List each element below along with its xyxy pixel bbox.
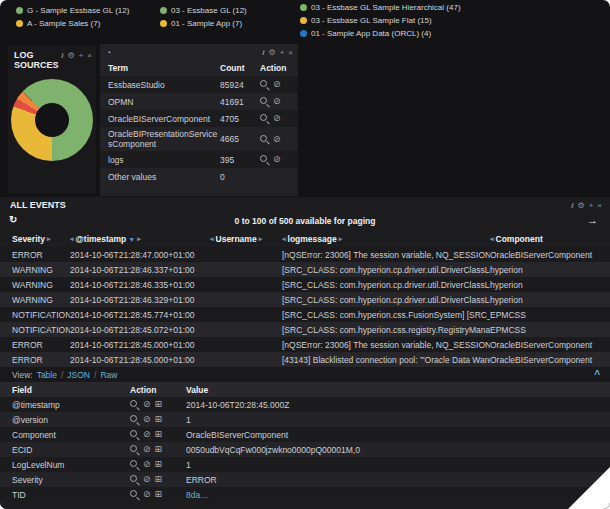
event-row[interactable]: NOTIFICATION 2014-10-06T21:28:45.774+01:… xyxy=(0,307,610,322)
component-cell: OracleBIServerComponent xyxy=(490,355,610,365)
move-icon[interactable]: + xyxy=(280,48,285,57)
chevron-right-icon[interactable]: ▸ xyxy=(259,235,263,243)
search-icon[interactable] xyxy=(260,97,269,106)
search-icon[interactable] xyxy=(130,445,139,454)
search-icon[interactable] xyxy=(260,80,269,89)
column-header-logmessage[interactable]: ◂ logmessage ▸ xyxy=(282,234,490,244)
column-header-severity[interactable]: Severity ▸ xyxy=(12,234,70,244)
table-cells-icon[interactable]: ⊞ xyxy=(155,460,163,469)
component-cell: hyperion xyxy=(490,280,610,290)
legend-item[interactable]: 03 - Essbase GL Sample Flat (15) xyxy=(300,14,461,27)
event-row[interactable]: ERROR 2014-10-06T21:28:45.000+01:00 [nQS… xyxy=(0,337,610,352)
search-icon[interactable] xyxy=(130,490,139,499)
ban-icon[interactable]: ⊘ xyxy=(273,114,281,123)
series-color-dot xyxy=(300,30,307,37)
gear-icon[interactable]: ⚙ xyxy=(577,201,584,210)
ban-icon[interactable]: ⊘ xyxy=(143,415,151,424)
event-row[interactable]: WARNING 2014-10-06T21:28:46.337+01:00 [S… xyxy=(0,262,610,277)
close-icon[interactable]: × xyxy=(597,201,602,210)
legend-item[interactable]: 01 - Sample App (7) xyxy=(160,17,247,30)
table-cells-icon[interactable]: ⊞ xyxy=(155,445,163,454)
view-raw-link[interactable]: Raw xyxy=(100,370,117,380)
ban-icon[interactable]: ⊘ xyxy=(273,80,281,89)
search-icon[interactable] xyxy=(130,460,139,469)
log-sources-donut[interactable] xyxy=(11,79,93,161)
event-row[interactable]: WARNING 2014-10-06T21:28:46.335+01:00 [S… xyxy=(0,277,610,292)
search-icon[interactable] xyxy=(260,155,269,164)
table-cells-icon[interactable]: ⊞ xyxy=(155,490,163,499)
collapse-detail-icon[interactable]: ^ xyxy=(594,369,600,380)
ban-icon[interactable]: ⊘ xyxy=(143,460,151,469)
event-row[interactable]: WARNING 2014-10-06T21:28:46.329+01:00 [S… xyxy=(0,292,610,307)
severity-cell: NOTIFICATION xyxy=(12,325,70,335)
term-row: OracleBIServerComponent 4705 ⊘ xyxy=(100,110,298,127)
field-row: @timestamp ⊘⊞ 2014-10-06T20:28:45.000Z xyxy=(0,397,610,412)
ban-icon[interactable]: ⊘ xyxy=(143,430,151,439)
ban-icon[interactable]: ⊘ xyxy=(143,445,151,454)
column-header-timestamp[interactable]: ◂ @timestamp ▼ ▸ xyxy=(70,234,210,244)
field-row: Component ⊘⊞ OracleBIServerComponent xyxy=(0,427,610,442)
search-icon[interactable] xyxy=(130,415,139,424)
panel-toolbar: i ⚙ + × xyxy=(61,51,92,60)
search-icon[interactable] xyxy=(260,135,269,144)
table-cells-icon[interactable]: ⊞ xyxy=(155,415,163,424)
field-row: ECID ⊘⊞ 0050udbVqCqFw000jzwkno0000pQ0000… xyxy=(0,442,610,457)
gear-icon[interactable]: ⚙ xyxy=(67,51,74,60)
field-row: Severity ⊘⊞ ERROR xyxy=(0,472,610,487)
ban-icon[interactable]: ⊘ xyxy=(273,155,281,164)
search-icon[interactable] xyxy=(130,400,139,409)
ban-icon[interactable]: ⊘ xyxy=(273,135,281,144)
close-icon[interactable]: × xyxy=(87,51,92,60)
legend-item[interactable]: 03 - Essbase GL (12) xyxy=(160,4,247,17)
next-page-icon[interactable]: → xyxy=(587,214,598,226)
terms-table: Term Count Action EssbaseStudio 85924 ⊘ … xyxy=(100,59,298,185)
ban-icon[interactable]: ⊘ xyxy=(143,475,151,484)
view-json-link[interactable]: JSON xyxy=(67,370,90,380)
gear-icon[interactable]: ⚙ xyxy=(268,48,275,57)
legend-item[interactable]: 01 - Sample App Data (ORCL) (4) xyxy=(300,27,461,40)
component-cell: EPMCSS xyxy=(490,310,610,320)
refresh-icon[interactable]: ↻ xyxy=(9,214,17,225)
ban-icon[interactable]: ⊘ xyxy=(273,97,281,106)
chevron-left-icon[interactable]: ◂ xyxy=(70,235,74,243)
table-cells-icon[interactable]: ⊞ xyxy=(155,430,163,439)
component-cell: EPMCSS xyxy=(490,325,610,335)
event-row[interactable]: ERROR 2014-10-06T21:28:47.000+01:00 [nQS… xyxy=(0,247,610,262)
legend-item[interactable]: 03 - Essbase GL Sample Hierarchical (47) xyxy=(300,1,461,14)
chevron-right-icon[interactable]: ▸ xyxy=(339,235,343,243)
table-cells-icon[interactable]: ⊞ xyxy=(155,400,163,409)
legend-item[interactable]: G - Sample Essbase GL (12) xyxy=(16,4,129,17)
chevron-right-icon[interactable]: ▸ xyxy=(47,235,51,243)
timestamp-cell: 2014-10-06T21:28:45.072+01:00 xyxy=(70,325,210,335)
chevron-left-icon[interactable]: ◂ xyxy=(490,235,494,243)
severity-cell: ERROR xyxy=(12,340,70,350)
info-icon[interactable]: i xyxy=(262,48,264,57)
event-row[interactable]: ERROR 2014-10-06T21:28:45.000+01:00 [431… xyxy=(0,352,610,367)
event-row[interactable]: NOTIFICATION 2014-10-06T21:28:45.072+01:… xyxy=(0,322,610,337)
term-count: 85924 xyxy=(220,80,260,90)
series-color-dot xyxy=(300,17,307,24)
info-icon[interactable]: i xyxy=(571,201,573,210)
chevron-left-icon[interactable]: ◂ xyxy=(282,235,286,243)
severity-cell: WARNING xyxy=(12,295,70,305)
close-icon[interactable]: × xyxy=(288,48,293,57)
search-icon[interactable] xyxy=(260,114,269,123)
ban-icon[interactable]: ⊘ xyxy=(143,490,151,499)
field-value: OracleBIServerComponent xyxy=(186,430,610,440)
chevron-left-icon[interactable]: ◂ xyxy=(210,235,214,243)
legend-item[interactable]: A - Sample Sales (7) xyxy=(16,17,129,30)
column-header-username[interactable]: ◂ Username ▸ xyxy=(210,234,282,244)
chevron-right-icon[interactable]: ▸ xyxy=(137,235,141,243)
panel-title: ALL EVENTS xyxy=(10,200,66,210)
move-icon[interactable]: + xyxy=(79,51,84,60)
table-cells-icon[interactable]: ⊞ xyxy=(155,475,163,484)
column-header-component[interactable]: ◂ Component xyxy=(490,234,610,244)
move-icon[interactable]: + xyxy=(589,201,594,210)
column-header-action: Action xyxy=(260,63,294,73)
info-icon[interactable]: i xyxy=(61,51,63,60)
view-table-link[interactable]: Table xyxy=(37,370,57,380)
search-icon[interactable] xyxy=(130,475,139,484)
search-icon[interactable] xyxy=(130,430,139,439)
ban-icon[interactable]: ⊘ xyxy=(143,400,151,409)
sort-desc-icon[interactable]: ▼ xyxy=(128,236,135,243)
